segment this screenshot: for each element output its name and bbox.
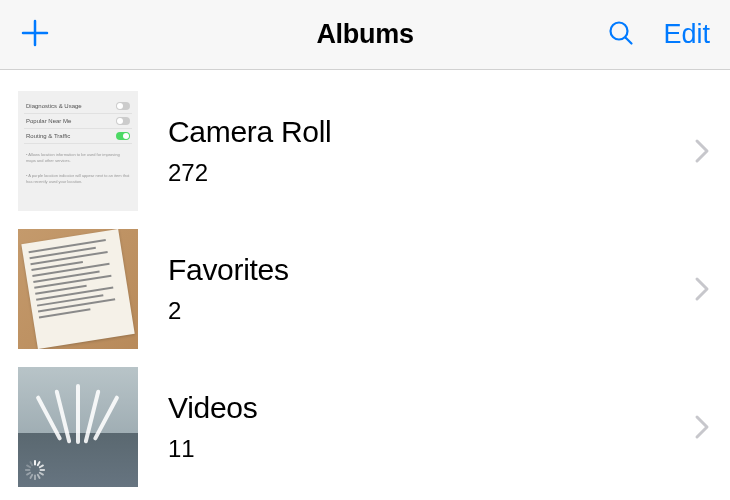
album-count: 272 bbox=[168, 159, 694, 187]
svg-line-8 bbox=[30, 475, 32, 478]
album-name: Videos bbox=[168, 391, 694, 425]
svg-line-6 bbox=[38, 475, 40, 478]
svg-line-11 bbox=[27, 465, 30, 467]
svg-line-5 bbox=[40, 473, 43, 475]
album-info: Videos 11 bbox=[138, 391, 694, 463]
svg-line-2 bbox=[38, 462, 40, 465]
album-info: Camera Roll 272 bbox=[138, 115, 694, 187]
album-row-favorites[interactable]: Favorites 2 bbox=[18, 220, 730, 358]
nav-left bbox=[20, 18, 140, 52]
album-count: 11 bbox=[168, 435, 694, 463]
albums-list: Diagnostics & Usage Popular Near Me Rout… bbox=[0, 70, 730, 496]
navigation-bar: Albums Edit bbox=[0, 0, 730, 70]
album-info: Favorites 2 bbox=[138, 253, 694, 325]
album-row-camera-roll[interactable]: Diagnostics & Usage Popular Near Me Rout… bbox=[18, 82, 730, 220]
chevron-right-icon bbox=[694, 414, 730, 440]
nav-center: Albums bbox=[140, 19, 590, 50]
album-count: 2 bbox=[168, 297, 694, 325]
nav-right: Edit bbox=[590, 19, 710, 51]
chevron-right-icon bbox=[694, 138, 730, 164]
add-icon[interactable] bbox=[20, 18, 50, 52]
chevron-right-icon bbox=[694, 276, 730, 302]
album-name: Favorites bbox=[168, 253, 694, 287]
search-icon[interactable] bbox=[607, 19, 635, 51]
album-thumbnail: Diagnostics & Usage Popular Near Me Rout… bbox=[18, 91, 138, 211]
album-row-videos[interactable]: Videos 11 bbox=[18, 358, 730, 496]
album-thumbnail bbox=[18, 229, 138, 349]
svg-line-12 bbox=[30, 462, 32, 465]
page-title: Albums bbox=[316, 19, 413, 49]
svg-line-3 bbox=[40, 465, 43, 467]
album-thumbnail bbox=[18, 367, 138, 487]
edit-button[interactable]: Edit bbox=[663, 19, 710, 50]
loading-spinner-icon bbox=[24, 459, 46, 481]
album-name: Camera Roll bbox=[168, 115, 694, 149]
svg-line-9 bbox=[27, 473, 30, 475]
